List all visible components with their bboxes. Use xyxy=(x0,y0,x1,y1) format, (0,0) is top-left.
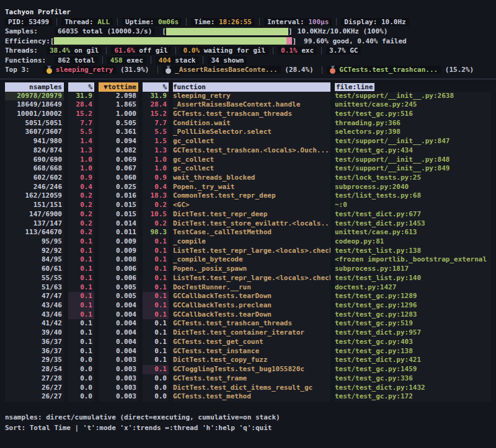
thread-stat-label: exc xyxy=(298,46,314,55)
cell-pct-cumulative: 28.4 xyxy=(143,100,169,110)
column-header-tottime[interactable]: ▼tottime xyxy=(99,82,138,92)
cell-tottime: 0.003 xyxy=(99,356,138,365)
column-header-[interactable]: % xyxy=(68,82,94,92)
cell-pct-direct: 5.5 xyxy=(68,128,94,137)
cell-pct-direct: 0.1 xyxy=(68,301,94,310)
table-row: 3607/36075.50.3615.5_PollLikeSelector.se… xyxy=(5,128,491,137)
cell-pct-direct: 0.1 xyxy=(68,338,94,347)
table-row: 18649/1864928.41.86528.4_AssertRaisesBas… xyxy=(5,100,491,110)
cell-pct-cumulative: 0.4 xyxy=(143,183,169,192)
cell-nsamples: 690/690 xyxy=(5,156,64,165)
cell-pct-cumulative: 5.5 xyxy=(143,128,169,137)
status-item: Display: 10.0Hz xyxy=(341,18,409,26)
efficiency-line: Efficiency: [ ] 99.60% good, 0.40% faile… xyxy=(5,37,491,46)
cell-pct-direct: 0.2 xyxy=(68,228,94,237)
cell-function: ListTest.test_repr_large.<locals>.check xyxy=(173,247,330,256)
cell-fileline: test/test_gc.py:1289 xyxy=(335,292,491,301)
cell-fileline: test/test_list.py:140 xyxy=(335,274,491,283)
functions-segments: 862 total458 exec404 stack34 shown xyxy=(55,56,247,64)
table-row: 51/630.10.0050.1DocTestRunner.__rundocte… xyxy=(5,283,491,292)
cell-tottime: 0.011 xyxy=(99,228,138,237)
cell-function: gc_collect xyxy=(173,164,330,173)
status-item-value: 0m06s xyxy=(158,18,179,26)
cell-tottime: 0.069 xyxy=(99,156,138,165)
table-row: 137/1470.20.0140.2DictTest.test_store_ev… xyxy=(5,219,491,229)
function-stat-value: 862 xyxy=(58,56,70,64)
cell-nsamples: 55/55 xyxy=(5,274,64,283)
cell-pct-cumulative: 0.1 xyxy=(143,237,169,247)
function-stat-value: 404 xyxy=(159,56,171,64)
thread-stat: 61.6% off gil xyxy=(111,46,170,55)
column-header-[interactable]: % xyxy=(143,82,169,92)
cell-fileline: test/test_gc.py:172 xyxy=(335,392,491,402)
cell-tottime: 0.004 xyxy=(99,301,138,310)
column-header-fileline[interactable]: file:line xyxy=(335,82,491,92)
top3-percentage: (28.4%) xyxy=(281,66,318,74)
table-row: 55/550.10.0060.1ListTest.test_repr_large… xyxy=(5,274,491,283)
separator-pipe xyxy=(56,18,57,25)
cell-tottime: 0.067 xyxy=(99,164,138,173)
efficiency-bar-failed xyxy=(286,37,292,45)
samples-label: Samples: xyxy=(5,27,38,35)
cell-tottime: 0.009 xyxy=(99,237,138,247)
cell-tottime: 0.004 xyxy=(99,319,138,328)
status-item-label: Display: xyxy=(344,18,381,26)
cell-fileline: test/test_gc.py:1296 xyxy=(335,301,491,310)
cell-fileline: <frozen importlib._bootstrap_external xyxy=(335,255,491,265)
cell-tottime: 0.361 xyxy=(99,128,138,137)
separator-pipe xyxy=(336,18,337,25)
separator-pipe xyxy=(321,47,322,55)
cell-pct-direct: 0.0 xyxy=(68,384,94,393)
cell-pct-cumulative: 0.1 xyxy=(143,283,169,292)
cell-fileline: test/support/__init__.py:848 xyxy=(335,156,491,165)
cell-pct-cumulative: 0.2 xyxy=(143,201,169,210)
table-row: 10001/1000215.21.00015.2GCTests.test_tra… xyxy=(5,110,491,119)
cell-tottime: 0.015 xyxy=(99,210,138,219)
thread-stat: 0.1% exc xyxy=(278,46,317,55)
separator-pipe xyxy=(203,56,203,64)
cell-pct-direct: 31.9 xyxy=(68,92,94,101)
separator-pipe xyxy=(102,56,103,64)
top3-entry: sleeping_retry xyxy=(43,66,117,74)
separator-pipe xyxy=(322,66,322,74)
status-item-value: 10.0Hz xyxy=(381,18,406,26)
cell-nsamples: 95/95 xyxy=(5,237,64,247)
cell-nsamples: 47/47 xyxy=(5,292,64,301)
top3-entries: sleeping_retry (31.9%) _AssertRaisesBase… xyxy=(43,66,478,74)
function-stat-label: stack xyxy=(171,56,196,64)
column-header-nsamples[interactable]: nsamples xyxy=(5,82,64,92)
cell-nsamples: 84/95 xyxy=(5,255,64,265)
samples-total: 66035 total (10000.3/s) xyxy=(55,27,155,35)
cell-pct-direct: 0.1 xyxy=(68,274,94,283)
efficiency-bar-open-bracket: [ xyxy=(50,37,55,45)
cell-nsamples: 147/6900 xyxy=(5,210,64,219)
separator-rule xyxy=(0,79,496,79)
cell-function: GCTests.test_method xyxy=(173,392,330,402)
efficiency-bar-close-bracket: ] xyxy=(292,37,296,45)
separator-pipe xyxy=(157,66,158,74)
function-stat: 458 exec xyxy=(107,56,146,64)
cell-nsamples: 137/147 xyxy=(5,219,64,229)
cell-pct-cumulative: 18.3 xyxy=(143,191,169,201)
cell-tottime: 0.004 xyxy=(99,328,138,338)
cell-tottime: 0.006 xyxy=(99,265,138,274)
cell-pct-cumulative: 0.1 xyxy=(143,274,169,283)
cell-pct-direct: 0.2 xyxy=(68,191,94,201)
cell-nsamples: 668/668 xyxy=(5,164,64,173)
separator-pipe xyxy=(273,47,273,55)
column-header-text: file:line xyxy=(335,83,374,91)
cell-pct-cumulative: 0.1 xyxy=(143,338,169,347)
column-header-function[interactable]: function xyxy=(173,82,330,92)
cell-function: DictTest.test_copy_fuzz xyxy=(173,356,330,365)
cell-pct-cumulative: 0.1 xyxy=(143,301,169,310)
cell-nsamples: 941/980 xyxy=(5,137,64,146)
status-item: Time: 18:26:55 xyxy=(191,18,255,26)
cell-tottime: 0.505 xyxy=(99,119,138,128)
table-row: 151/1510.20.0150.2<GC>~:0 xyxy=(5,201,491,210)
efficiency-label: Efficiency: xyxy=(5,37,50,45)
cell-tottime: 1.865 xyxy=(99,100,138,110)
efficiency-status: 99.60% good, 0.40% failed xyxy=(304,37,407,45)
cell-pct-direct: 0.1 xyxy=(68,237,94,247)
function-stat-label: total xyxy=(70,56,95,64)
cell-function: <GC> xyxy=(173,201,330,210)
